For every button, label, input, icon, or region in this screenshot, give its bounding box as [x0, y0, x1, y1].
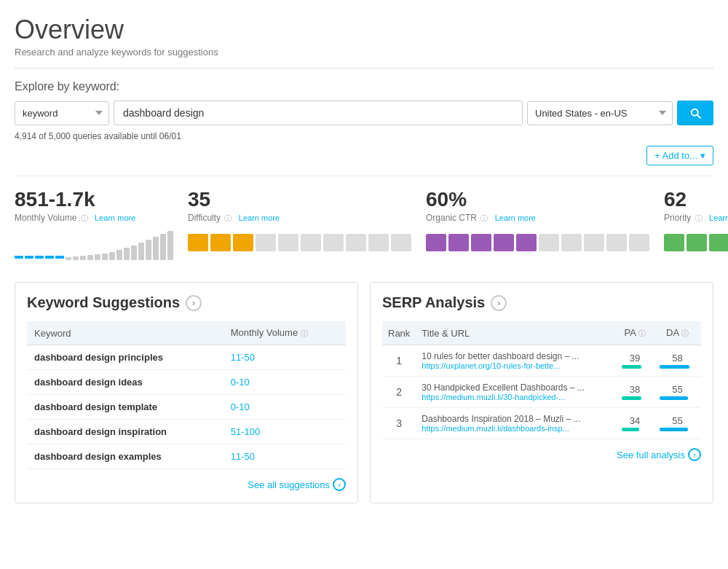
serp-pa-bar	[622, 396, 641, 400]
priority-learn-more[interactable]: Learn more	[709, 213, 728, 222]
priority-info-icon[interactable]: ⓘ	[695, 214, 703, 222]
serp-col-da: DA ⓘ	[654, 321, 701, 345]
serp-rank: 1	[382, 345, 416, 377]
metric-volume: 851-1.7k Monthly Volume ⓘ Learn more	[15, 188, 188, 267]
see-all-label: See all suggestions	[248, 479, 330, 490]
priority-label: Priority ⓘ Learn more	[664, 213, 728, 224]
kw-suggestions-title: Keyword Suggestions ›	[27, 294, 346, 311]
explore-label: Explore by keyword:	[15, 80, 713, 93]
serp-da: 55	[654, 377, 701, 408]
circle-arrow-right-icon: ›	[333, 478, 346, 491]
kw-cell-keyword: dashboard design principles	[27, 345, 223, 370]
kw-col-volume: Monthly Volume ⓘ	[223, 321, 346, 345]
see-all-suggestions-link[interactable]: See all suggestions ›	[248, 478, 346, 491]
table-row: dashboard design ideas 0-10	[27, 370, 346, 395]
serp-title-text: SERP Analysis	[382, 294, 485, 311]
serp-url-text[interactable]: https://uxplanet.org/10-rules-for-bette.…	[422, 361, 610, 370]
location-select[interactable]: United States - en-US United Kingdom - e…	[527, 101, 673, 125]
serp-rank: 3	[382, 408, 416, 439]
see-full-label: See full analysis	[617, 450, 685, 460]
chevron-down-icon: ▾	[700, 150, 705, 161]
serp-table: Rank Title & URL PA ⓘ DA ⓘ 1 10 rules fo…	[382, 321, 701, 439]
add-to-button[interactable]: + Add to... ▾	[646, 146, 713, 165]
table-row: dashboard design inspiration 51-100	[27, 420, 346, 444]
serp-title-url: 30 Handpicked Excellent Dashboards – ...…	[416, 377, 616, 408]
queries-info: 4,914 of 5,000 queries available until 0…	[15, 131, 713, 141]
serp-da-bar	[660, 428, 688, 431]
serp-da-bar	[660, 365, 689, 369]
table-row: dashboard design template 0-10	[27, 395, 346, 420]
search-icon	[689, 106, 702, 119]
kw-col-keyword: Keyword	[27, 321, 223, 345]
see-all-row: See all suggestions ›	[27, 478, 346, 491]
volume-chart	[15, 231, 173, 260]
serp-title-text: 10 rules for better dashboard design – .…	[422, 351, 610, 361]
serp-url-text[interactable]: https://medium.muzli.li/30-handpicked-..…	[422, 393, 610, 401]
serp-title-text: Dashboards Inspiration 2018 – Muzli – ..…	[422, 414, 610, 424]
keyword-table: Keyword Monthly Volume ⓘ dashboard desig…	[27, 321, 346, 469]
panels-row: Keyword Suggestions › Keyword Monthly Vo…	[15, 282, 713, 503]
page-subtitle: Research and analyze keywords for sugges…	[15, 47, 713, 58]
type-select[interactable]: keyword domain url	[15, 101, 109, 125]
difficulty-learn-more[interactable]: Learn more	[239, 213, 280, 222]
see-full-row: See full analysis ›	[382, 448, 701, 461]
volume-label: Monthly Volume ⓘ Learn more	[15, 213, 173, 224]
ctr-info-icon[interactable]: ⓘ	[480, 214, 488, 222]
kw-cell-volume: 0-10	[223, 395, 346, 420]
metric-priority: 62 Priority ⓘ Learn more	[664, 188, 728, 267]
priority-chart	[664, 234, 728, 251]
page-title: Overview	[15, 15, 713, 45]
add-to-label: + Add to...	[654, 150, 697, 161]
serp-title-url: 10 rules for better dashboard design – .…	[416, 345, 616, 377]
table-row: dashboard design examples 11-50	[27, 444, 346, 469]
volume-learn-more[interactable]: Learn more	[95, 213, 135, 222]
serp-rank: 2	[382, 377, 416, 408]
ctr-value: 60%	[426, 188, 649, 211]
serp-col-title: Title & URL	[416, 321, 616, 345]
kw-cell-keyword: dashboard design examples	[27, 444, 223, 469]
keyword-input[interactable]	[114, 101, 523, 125]
ctr-chart	[426, 234, 649, 251]
serp-analysis-panel: SERP Analysis › Rank Title & URL PA ⓘ DA…	[370, 282, 713, 503]
kw-suggestions-title-text: Keyword Suggestions	[27, 294, 180, 311]
difficulty-label: Difficulty ⓘ Learn more	[188, 213, 411, 224]
serp-da: 55	[654, 408, 701, 439]
serp-nav-icon[interactable]: ›	[491, 295, 507, 311]
table-row: dashboard design principles 11-50	[27, 345, 346, 370]
metrics-row: 851-1.7k Monthly Volume ⓘ Learn more 35 …	[15, 176, 713, 267]
kw-cell-volume: 51-100	[223, 420, 346, 444]
search-button[interactable]	[677, 101, 713, 125]
serp-da: 58	[654, 345, 701, 377]
priority-value: 62	[664, 188, 728, 211]
difficulty-chart	[188, 234, 411, 251]
serp-pa: 34	[616, 408, 654, 439]
ctr-learn-more[interactable]: Learn more	[495, 213, 536, 222]
search-row: keyword domain url United States - en-US…	[15, 101, 713, 125]
serp-col-pa: PA ⓘ	[616, 321, 654, 345]
difficulty-info-icon[interactable]: ⓘ	[224, 214, 232, 222]
explore-section: Explore by keyword: keyword domain url U…	[15, 80, 713, 165]
kw-suggestions-nav-icon[interactable]: ›	[186, 295, 202, 311]
serp-col-rank: Rank	[382, 321, 416, 345]
kw-cell-keyword: dashboard design template	[27, 395, 223, 420]
page-header: Overview Research and analyze keywords f…	[15, 15, 713, 68]
kw-cell-volume: 11-50	[223, 444, 346, 469]
serp-url-text[interactable]: https://medium.muzli.li/dashboards-insp.…	[422, 424, 610, 433]
serp-pa: 38	[616, 377, 654, 408]
serp-pa: 39	[616, 345, 654, 377]
see-full-analysis-link[interactable]: See full analysis ›	[617, 448, 701, 461]
add-to-row: + Add to... ▾	[15, 146, 713, 165]
difficulty-value: 35	[188, 188, 411, 211]
metric-ctr: 60% Organic CTR ⓘ Learn more	[426, 188, 664, 267]
kw-cell-keyword: dashboard design ideas	[27, 370, 223, 395]
serp-title-text: 30 Handpicked Excellent Dashboards – ...	[422, 382, 610, 393]
keyword-suggestions-panel: Keyword Suggestions › Keyword Monthly Vo…	[15, 282, 358, 503]
serp-table-row: 1 10 rules for better dashboard design –…	[382, 345, 701, 377]
ctr-label: Organic CTR ⓘ Learn more	[426, 213, 649, 224]
volume-value: 851-1.7k	[15, 188, 173, 211]
serp-pa-bar	[622, 428, 639, 431]
circle-arrow-right-serp-icon: ›	[688, 448, 701, 461]
kw-cell-volume: 0-10	[223, 370, 346, 395]
volume-info-icon[interactable]: ⓘ	[81, 214, 88, 222]
kw-cell-keyword: dashboard design inspiration	[27, 420, 223, 444]
